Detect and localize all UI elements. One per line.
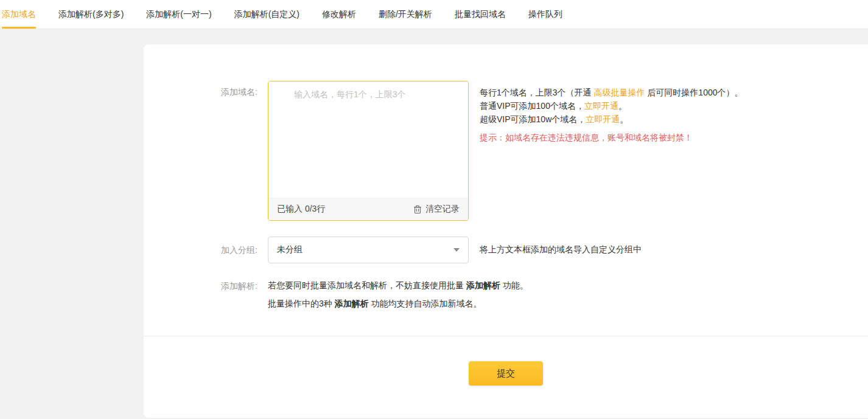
tab-add-domain[interactable]: 添加域名 [2, 0, 36, 29]
add-domain-label: 添加域名: [144, 81, 268, 98]
tab-modify-record[interactable]: 修改解析 [322, 0, 356, 29]
tab-operation-queue[interactable]: 操作队列 [528, 0, 562, 29]
line-counter: 已输入 0/3行 [277, 204, 325, 215]
join-group-row: 加入分组: 未分组 将上方文本框添加的域名导入自定义分组中 [144, 237, 868, 263]
resolve-tip-line-2: 批量操作中的3种 添加解析 功能均支持自动添加新域名。 [268, 297, 528, 310]
trash-icon [413, 205, 422, 214]
advanced-batch-link[interactable]: 高级批量操作 [593, 88, 645, 97]
hint-line-3: 超级VIP可添加10w个域名，立即开通。 [480, 113, 743, 126]
chevron-down-icon [453, 248, 460, 252]
hint-line-2-tail: 。 [618, 101, 627, 111]
tab-add-record-custom[interactable]: 添加解析(自定义) [234, 0, 299, 29]
join-group-label: 加入分组: [144, 237, 268, 256]
hint-line-3-text: 超级VIP可添加10w个域名， [480, 114, 586, 124]
clear-records-label: 清空记录 [425, 204, 460, 215]
page-background: 添加域名: 已输入 0/3行 清空记 [0, 29, 868, 418]
add-record-tip-row: 添加解析: 若您要同时批量添加域名和解析，不妨直接使用批量 添加解析 功能。 批… [144, 279, 868, 310]
add-record-label: 添加解析: [144, 279, 268, 292]
resolve-tip-2-tail: 功能均支持自动添加新域名。 [369, 299, 482, 308]
resolve-tip-2-text: 批量操作中的3种 [268, 299, 335, 308]
group-select-value: 未分组 [277, 244, 303, 255]
hint-line-1-text: 每行1个域名，上限3个（开通 [480, 88, 593, 97]
group-hint-text: 将上方文本框添加的域名导入自定义分组中 [480, 237, 642, 255]
domain-input-footer: 已输入 0/3行 清空记录 [268, 198, 468, 220]
top-tab-bar: 添加域名 添加解析(多对多) 添加解析(一对一) 添加解析(自定义) 修改解析 … [0, 0, 868, 29]
violation-warning: 提示：如域名存在违法违规信息，账号和域名将被封禁！ [480, 131, 743, 144]
tab-add-record-one-to-one[interactable]: 添加解析(一对一) [146, 0, 211, 29]
domain-hints: 每行1个域名，上限3个（开通 高级批量操作 后可同时操作1000个）。 普通VI… [480, 81, 743, 144]
hint-line-1: 每行1个域名，上限3个（开通 高级批量操作 后可同时操作1000个）。 [480, 86, 743, 99]
resolve-tip-line-1: 若您要同时批量添加域名和解析，不妨直接使用批量 添加解析 功能。 [268, 279, 528, 292]
resolve-tip-1-tail: 功能。 [500, 280, 528, 290]
hint-line-1-tail: 后可同时操作1000个）。 [645, 88, 743, 97]
resolve-tip-2-bold: 添加解析 [335, 299, 369, 308]
tab-add-record-many-to-many[interactable]: 添加解析(多对多) [58, 0, 124, 29]
submit-area: 提交 [144, 361, 868, 386]
clear-records-button[interactable]: 清空记录 [413, 204, 460, 215]
tab-delete-toggle-record[interactable]: 删除/开关解析 [379, 0, 432, 29]
resolve-tip-1-bold: 添加解析 [466, 280, 500, 290]
submit-button[interactable]: 提交 [469, 361, 543, 386]
section-divider [144, 336, 868, 336]
vip-upgrade-link[interactable]: 立即开通 [584, 101, 618, 111]
tab-batch-recover-domain[interactable]: 批量找回域名 [455, 0, 506, 29]
domain-input-box: 已输入 0/3行 清空记录 [268, 81, 469, 221]
add-domain-row: 添加域名: 已输入 0/3行 清空记 [144, 81, 868, 221]
hint-line-2-text: 普通VIP可添加100个域名， [480, 101, 584, 111]
hint-line-3-tail: 。 [620, 114, 628, 124]
super-vip-upgrade-link[interactable]: 立即开通 [586, 114, 620, 124]
domain-textarea[interactable] [268, 81, 468, 198]
hint-line-2: 普通VIP可添加100个域名，立即开通。 [480, 99, 743, 113]
add-record-tips: 若您要同时批量添加域名和解析，不妨直接使用批量 添加解析 功能。 批量操作中的3… [268, 279, 528, 310]
add-domain-panel: 添加域名: 已输入 0/3行 清空记 [144, 44, 868, 418]
resolve-tip-1-text: 若您要同时批量添加域名和解析，不妨直接使用批量 [268, 280, 466, 290]
group-select[interactable]: 未分组 [268, 237, 469, 263]
